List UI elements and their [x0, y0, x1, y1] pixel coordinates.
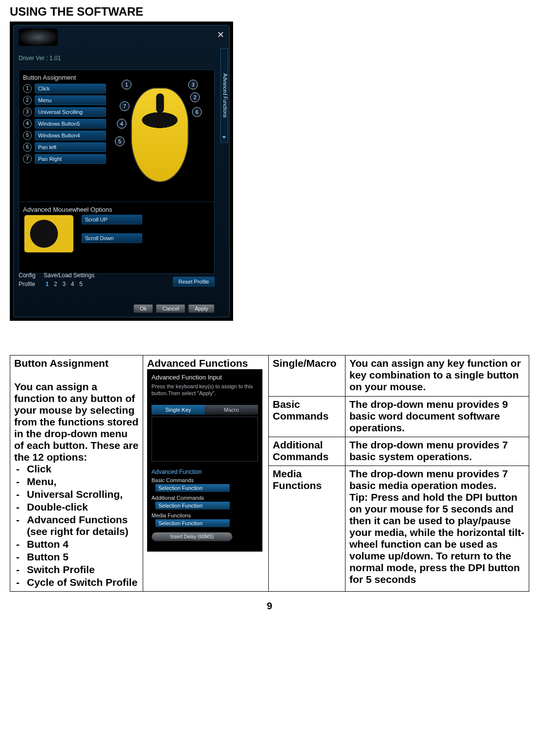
- mousewheel-heading: Advanced Mousewheel Options: [23, 206, 210, 213]
- options-list: Click Menu, Universal Scrolling, Double-…: [27, 463, 139, 588]
- button-assignment-panel: Button Assignment 1 Click 2 Menu 3 Unive…: [19, 69, 215, 205]
- assignment-dropdown[interactable]: Universal Scrolling: [35, 107, 106, 117]
- apply-button[interactable]: Apply: [188, 304, 215, 313]
- brand-logo: [19, 28, 58, 46]
- cancel-button[interactable]: Cancel: [156, 304, 185, 313]
- assignment-dropdown[interactable]: Windows Button5: [35, 119, 106, 129]
- key-capture-box[interactable]: [151, 417, 258, 462]
- assignment-dropdown[interactable]: Click: [35, 84, 106, 93]
- callout-icon: 2: [190, 92, 200, 102]
- col1-heading: Button Assignment: [14, 357, 108, 369]
- callout-icon: 4: [117, 119, 127, 129]
- assignment-number-icon: 6: [23, 143, 32, 152]
- mousewheel-panel: Advanced Mousewheel Options Scroll UP Sc…: [19, 201, 215, 274]
- callout-icon: 3: [188, 80, 198, 89]
- wheel-illustration: [24, 215, 74, 253]
- advanced-function-panel: Advanced Function Input Press the keyboa…: [147, 369, 262, 552]
- row-key: Single/Macro: [273, 357, 337, 369]
- assignment-row: 6 Pan left: [23, 142, 106, 152]
- row-val: The drop-down menu provides 9 basic word…: [349, 399, 508, 433]
- additional-commands-label: Additional Commands: [151, 495, 258, 501]
- row-val: The drop-down menu provides 7 basic syst…: [349, 439, 508, 462]
- assignment-row: 4 Windows Button5: [23, 119, 106, 129]
- page-title: USING THE SOFTWARE: [10, 5, 529, 19]
- assignment-row: 1 Click: [23, 84, 106, 93]
- assignment-number-icon: 5: [23, 131, 32, 140]
- tab-single-key[interactable]: Single Key: [151, 405, 205, 415]
- scroll-down-dropdown[interactable]: Scroll Down: [82, 233, 142, 243]
- profile-selector[interactable]: 1 2 3 4 5: [43, 281, 84, 288]
- assignment-number-icon: 2: [23, 96, 32, 105]
- basic-commands-label: Basic Commands: [151, 477, 258, 483]
- basic-commands-dropdown[interactable]: Selection Function: [155, 484, 230, 492]
- adv-title: Advanced Function Input: [151, 374, 258, 381]
- ok-button[interactable]: Ok: [133, 304, 153, 313]
- row-val: The drop-down menu provides 7 basic medi…: [349, 468, 524, 585]
- adv-desc: Press the keyboard key(s) to assign to t…: [151, 383, 258, 397]
- description-table: Button Assignment You can assign a funct…: [10, 355, 529, 592]
- config-label: Config: [19, 272, 42, 279]
- assignment-row: 2 Menu: [23, 95, 106, 105]
- assignment-list: 1 Click 2 Menu 3 Universal Scrolling 4 W…: [23, 84, 106, 166]
- page-number: 9: [10, 600, 529, 612]
- assignment-row: 7 Pan Right: [23, 154, 106, 164]
- assignment-number-icon: 4: [23, 119, 32, 128]
- assignment-dropdown[interactable]: Windows Button4: [35, 131, 106, 140]
- reset-profile-button[interactable]: Reset Profile: [173, 277, 215, 287]
- assignment-number-icon: 3: [23, 108, 32, 116]
- col2-heading: Advanced Functions: [147, 357, 248, 369]
- adv-section-heading: Advanced Function: [151, 468, 258, 475]
- assignment-row: 5 Windows Button4: [23, 131, 106, 140]
- assignment-dropdown[interactable]: Pan left: [35, 142, 106, 152]
- side-tab-advanced-functions[interactable]: Advanced Functions: [220, 48, 228, 143]
- assignment-dropdown[interactable]: Menu: [35, 95, 106, 105]
- callout-icon: 5: [115, 136, 125, 146]
- row-key: Media Functions: [273, 468, 322, 491]
- additional-commands-dropdown[interactable]: Selection Function: [155, 502, 230, 510]
- media-functions-label: Media Functions: [151, 512, 258, 518]
- save-load-link[interactable]: Save/Load Settings: [43, 272, 94, 279]
- app-window: ✕ Advanced Functions Driver Ver : 1.01 B…: [10, 22, 233, 321]
- bottom-bar: Config Save/Load Settings Profile 1 2 3 …: [19, 272, 215, 288]
- mouse-illustration: 1 2 3 4 5 6 7: [111, 78, 209, 190]
- insert-delay-button[interactable]: Insert Delay (60MS): [151, 532, 233, 541]
- row-val: You can assign any key function or key c…: [349, 357, 521, 392]
- close-icon[interactable]: ✕: [213, 29, 224, 39]
- tab-macro[interactable]: Macro: [205, 405, 258, 415]
- callout-icon: 1: [122, 80, 131, 89]
- col1-body: You can assign a function to any button …: [14, 381, 138, 463]
- assignment-row: 3 Universal Scrolling: [23, 107, 106, 117]
- profile-label: Profile: [19, 281, 42, 288]
- media-functions-dropdown[interactable]: Selection Function: [155, 519, 230, 527]
- assignment-number-icon: 1: [23, 84, 32, 93]
- assignment-number-icon: 7: [23, 155, 32, 163]
- callout-icon: 6: [192, 107, 202, 117]
- row-key: Additional Commands: [273, 439, 328, 462]
- driver-version-label: Driver Ver : 1.01: [19, 55, 61, 62]
- scroll-up-dropdown[interactable]: Scroll UP: [82, 215, 142, 224]
- callout-icon: 7: [120, 101, 129, 111]
- row-key: Basic Commands: [273, 399, 328, 422]
- assignment-dropdown[interactable]: Pan Right: [35, 154, 106, 164]
